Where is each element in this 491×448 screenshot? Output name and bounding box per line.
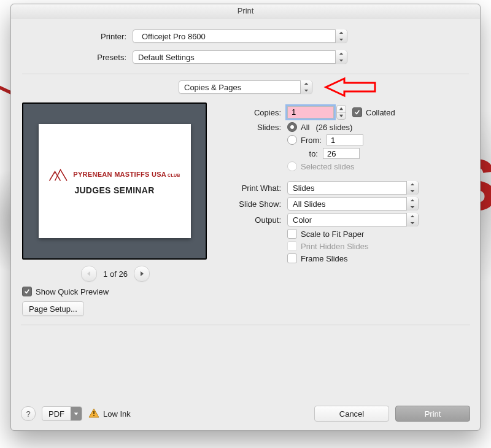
output-label: Output:: [220, 215, 287, 225]
collated-label: Collated: [366, 108, 395, 117]
svg-rect-23: [93, 411, 95, 414]
slides-all-radio[interactable]: [287, 122, 297, 132]
from-field[interactable]: [327, 134, 363, 145]
print-what-label: Print What:: [220, 183, 287, 193]
stepper-down-icon: [337, 113, 346, 120]
stepper-icon: [335, 50, 347, 64]
svg-marker-11: [87, 271, 90, 276]
pane-select-value: Copies & Pages: [184, 83, 300, 92]
slide-show-value: All Slides: [293, 199, 406, 209]
slide-logo: PYRENEAN MASTIFFS USACLUB: [48, 167, 180, 182]
to-field[interactable]: [323, 148, 360, 159]
stepper-icon: [300, 80, 312, 94]
slides-to-row: to:: [220, 148, 469, 159]
show-quick-preview-checkbox[interactable]: [22, 287, 32, 296]
slide-title-text: JUDGES SEMINAR: [74, 185, 154, 195]
separator: [22, 74, 469, 74]
print-hidden-checkbox: [287, 241, 297, 251]
slides-selected-label: Selected slides: [301, 162, 354, 171]
page-indicator: 1 of 26: [103, 269, 128, 279]
preview-slide: PYRENEAN MASTIFFS USACLUB JUDGES SEMINAR: [39, 124, 191, 238]
output-value: Color: [293, 215, 406, 225]
help-button[interactable]: ?: [21, 406, 36, 421]
preview-thumbnail[interactable]: PYRENEAN MASTIFFS USACLUB JUDGES SEMINAR: [22, 102, 207, 260]
svg-marker-8: [304, 90, 308, 91]
copies-field[interactable]: [287, 106, 334, 118]
print-hidden-label: Print Hidden Slides: [301, 242, 369, 251]
presets-select[interactable]: Default Settings: [133, 50, 347, 64]
slide-show-label: Slide Show:: [220, 199, 287, 209]
svg-point-10: [59, 171, 60, 172]
svg-marker-5: [339, 53, 343, 55]
copies-label: Copies:: [220, 108, 287, 117]
slide-show-select[interactable]: All Slides: [287, 197, 419, 210]
svg-marker-19: [411, 215, 414, 217]
to-input[interactable]: [326, 149, 359, 159]
svg-point-9: [53, 173, 55, 174]
body: PYRENEAN MASTIFFS USACLUB JUDGES SEMINAR…: [22, 102, 469, 316]
svg-marker-6: [339, 60, 343, 61]
slides-from-row: From:: [220, 134, 469, 145]
preview-column: PYRENEAN MASTIFFS USACLUB JUDGES SEMINAR…: [22, 102, 209, 316]
svg-marker-18: [411, 206, 414, 208]
svg-marker-7: [304, 83, 308, 85]
printer-select-value: Officejet Pro 8600: [142, 32, 335, 41]
copies-stepper[interactable]: [336, 105, 346, 120]
output-select[interactable]: Color: [287, 213, 419, 226]
presets-select-value: Default Settings: [138, 53, 335, 62]
copies-row: Copies: Collated: [220, 105, 469, 120]
svg-marker-4: [339, 39, 343, 41]
stepper-icon: [335, 29, 347, 43]
separator: [21, 325, 470, 325]
preview-navigator: 1 of 26: [22, 266, 209, 282]
from-input[interactable]: [330, 135, 363, 145]
frame-slides-label: Frame Slides: [301, 254, 348, 263]
annotation-arrow: [323, 76, 378, 100]
warning-icon: [88, 408, 99, 420]
copies-input[interactable]: [290, 107, 333, 117]
pane-select[interactable]: Copies & Pages: [179, 80, 312, 94]
print-dialog: Print Printer: Officejet Pro 8600 Preset…: [10, 4, 481, 431]
slides-row: Slides: All (26 slides): [220, 122, 469, 132]
page-setup-button[interactable]: Page Setup...: [22, 301, 84, 316]
background: S Print Printer: Officejet Pro 8600: [0, 0, 491, 448]
slides-selected-radio: [287, 161, 297, 171]
pdf-menu-button[interactable]: PDF: [42, 406, 82, 421]
svg-marker-13: [339, 107, 343, 110]
printer-row: Printer: Officejet Pro 8600: [22, 29, 469, 43]
next-page-button[interactable]: [134, 266, 150, 282]
collated-checkbox[interactable]: [352, 107, 362, 117]
slides-selected-row: Selected slides: [220, 161, 469, 171]
svg-marker-17: [411, 199, 414, 201]
dialog-title: Print: [11, 4, 480, 18]
svg-marker-15: [411, 183, 414, 185]
hidden-row: Print Hidden Slides: [220, 241, 469, 251]
printer-select[interactable]: Officejet Pro 8600: [133, 29, 347, 43]
svg-marker-14: [339, 115, 343, 118]
output-row: Output: Color: [220, 213, 469, 226]
svg-marker-16: [411, 190, 414, 192]
prev-page-button[interactable]: [81, 266, 97, 282]
svg-marker-21: [74, 412, 78, 415]
stepper-icon: [406, 213, 418, 226]
print-button[interactable]: Print: [395, 406, 470, 422]
scale-to-fit-label: Scale to Fit Paper: [301, 230, 364, 239]
stepper-icon: [406, 197, 418, 210]
print-what-value: Slides: [293, 183, 406, 193]
print-what-select[interactable]: Slides: [287, 181, 419, 195]
frame-row: Frame Slides: [220, 253, 469, 263]
cancel-button[interactable]: Cancel: [314, 406, 389, 422]
footer: ? PDF Low Ink Cancel Print: [11, 400, 480, 430]
slides-label: Slides:: [220, 123, 287, 132]
scale-to-fit-checkbox[interactable]: [287, 229, 297, 239]
svg-marker-3: [339, 32, 343, 34]
print-what-row: Print What: Slides: [220, 181, 469, 195]
page-setup-row: Page Setup...: [22, 301, 209, 316]
show-quick-preview-label: Show Quick Preview: [36, 287, 109, 296]
low-ink-status: Low Ink: [88, 408, 131, 420]
dialog-content: Printer: Officejet Pro 8600 Presets: Def…: [11, 18, 480, 400]
presets-label: Presets:: [22, 53, 133, 62]
frame-slides-checkbox[interactable]: [287, 253, 297, 263]
slides-from-radio[interactable]: [287, 135, 297, 145]
show-quick-preview-row: Show Quick Preview: [22, 287, 209, 296]
